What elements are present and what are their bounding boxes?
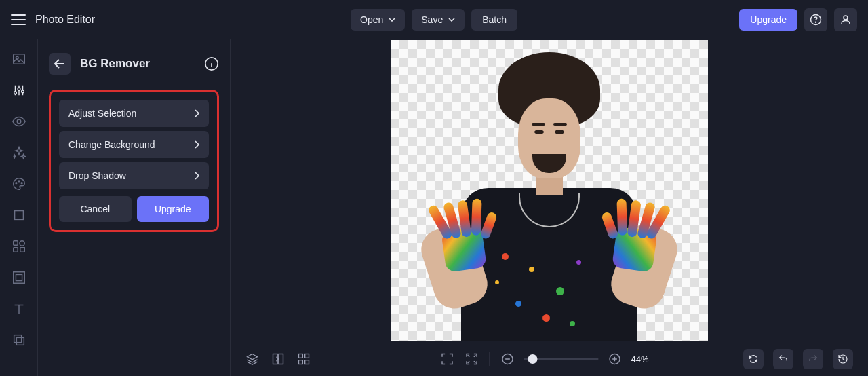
arrow-left-icon	[54, 59, 65, 69]
undo-icon	[778, 354, 789, 364]
tool-rail	[0, 39, 38, 376]
option-label: Change Background	[68, 139, 155, 150]
grid-icon[interactable]	[297, 352, 311, 366]
svg-rect-22	[279, 354, 283, 364]
help-icon	[810, 14, 822, 26]
svg-point-14	[19, 241, 24, 246]
svg-point-6	[18, 88, 20, 90]
option-label: Adjust Selection	[68, 108, 136, 119]
chevron-down-icon	[448, 18, 455, 22]
frame-tool-icon[interactable]	[12, 270, 26, 285]
zoom-slider[interactable]	[524, 358, 599, 360]
image-tool-icon[interactable]	[12, 52, 26, 67]
svg-rect-26	[305, 360, 309, 364]
zoom-out-icon[interactable]	[501, 352, 515, 366]
image-subject	[420, 50, 678, 341]
reset-button[interactable]	[743, 349, 764, 369]
chevron-right-icon	[194, 140, 199, 149]
zoom-slider-thumb[interactable]	[528, 354, 538, 364]
text-tool-icon[interactable]	[12, 301, 26, 316]
overlay-tool-icon[interactable]	[12, 333, 26, 347]
svg-point-1	[816, 22, 816, 22]
svg-rect-21	[273, 354, 278, 364]
svg-rect-19	[16, 337, 24, 345]
upgrade-button-panel[interactable]: Upgrade	[137, 196, 210, 222]
crop-tool-icon[interactable]	[12, 208, 26, 223]
account-button[interactable]	[834, 8, 857, 31]
panel-title: BG Remover	[80, 57, 195, 71]
layers-icon[interactable]	[245, 352, 259, 366]
zoom-percent-label[interactable]: 44%	[631, 354, 658, 364]
info-button[interactable]	[204, 56, 219, 71]
drop-shadow-option[interactable]: Drop Shadow	[59, 162, 209, 189]
back-button[interactable]	[49, 53, 71, 75]
undo-button[interactable]	[773, 349, 793, 369]
svg-rect-25	[299, 360, 303, 364]
batch-button[interactable]: Batch	[471, 9, 517, 31]
zoom-in-icon[interactable]	[608, 352, 622, 366]
sparkle-tool-icon[interactable]	[12, 145, 26, 160]
save-dropdown[interactable]: Save	[412, 9, 465, 31]
svg-rect-15	[13, 248, 17, 252]
save-label: Save	[421, 14, 443, 25]
user-icon	[840, 14, 852, 26]
canvas-image	[391, 40, 708, 341]
chevron-right-icon	[194, 172, 199, 180]
fit-screen-icon[interactable]	[441, 352, 454, 366]
palette-tool-icon[interactable]	[12, 176, 26, 191]
shapes-tool-icon[interactable]	[12, 239, 26, 254]
svg-point-9	[15, 183, 16, 184]
svg-rect-24	[305, 354, 309, 358]
open-dropdown[interactable]: Open	[351, 9, 405, 31]
cancel-button[interactable]: Cancel	[59, 196, 132, 222]
menu-hamburger-icon[interactable]	[11, 14, 26, 25]
option-label: Drop Shadow	[68, 170, 126, 181]
app-title: Photo Editor	[35, 14, 95, 26]
refresh-icon	[748, 354, 759, 364]
adjust-selection-option[interactable]: Adjust Selection	[59, 100, 209, 127]
svg-point-10	[18, 181, 20, 182]
history-icon	[837, 354, 848, 364]
svg-rect-16	[13, 272, 24, 284]
svg-rect-3	[13, 54, 24, 64]
eye-tool-icon[interactable]	[12, 114, 26, 129]
svg-rect-23	[299, 354, 303, 358]
chevron-down-icon	[389, 18, 395, 22]
svg-point-11	[21, 183, 22, 184]
history-button[interactable]	[833, 349, 853, 369]
help-button[interactable]	[804, 8, 827, 31]
svg-rect-12	[14, 211, 23, 220]
separator	[490, 352, 490, 366]
actual-size-icon[interactable]	[465, 352, 479, 366]
compare-icon[interactable]	[271, 352, 285, 366]
redo-icon	[808, 354, 818, 364]
svg-rect-13	[13, 241, 17, 245]
options-highlight-box: Adjust Selection Change Background Drop …	[49, 90, 219, 232]
side-panel: BG Remover Adjust Selection Change Backg…	[38, 39, 231, 376]
upgrade-button-top[interactable]: Upgrade	[739, 9, 797, 31]
svg-point-5	[14, 92, 16, 94]
open-label: Open	[360, 14, 383, 25]
canvas-viewport[interactable]	[231, 39, 868, 342]
redo-button[interactable]	[803, 349, 823, 369]
svg-point-7	[21, 90, 24, 93]
change-background-option[interactable]: Change Background	[59, 131, 209, 158]
svg-rect-18	[14, 335, 21, 343]
chevron-right-icon	[194, 109, 199, 117]
info-icon	[204, 56, 219, 71]
adjust-tool-icon[interactable]	[12, 83, 26, 98]
bottom-toolbar: 44%	[231, 342, 868, 376]
svg-point-8	[17, 119, 21, 124]
svg-rect-17	[16, 274, 22, 280]
svg-point-2	[844, 16, 848, 20]
